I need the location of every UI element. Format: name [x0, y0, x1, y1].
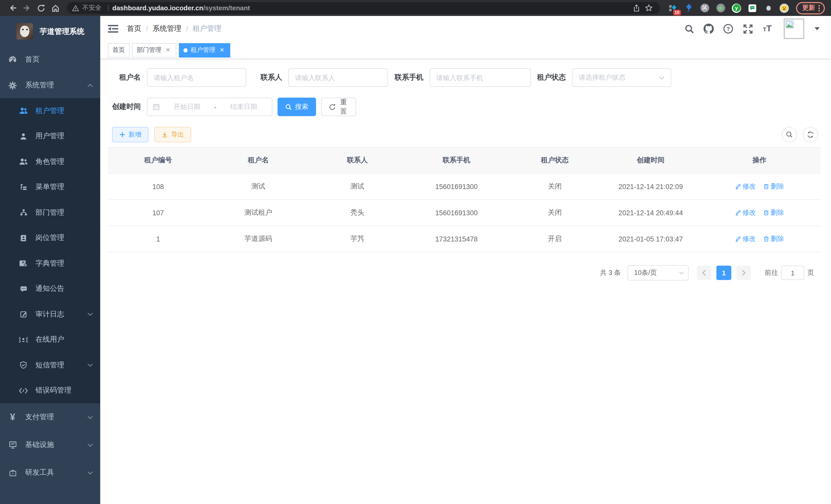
puzzle-icon [764, 4, 772, 12]
delete-link[interactable]: 删除 [763, 234, 784, 243]
smiley-avatar-icon [780, 3, 789, 12]
sidebar-item-menu[interactable]: 菜单管理 [0, 174, 100, 200]
extensions-menu-button[interactable] [764, 3, 773, 12]
breadcrumb: 首页 / 系统管理 / 租户管理 [127, 24, 222, 33]
sidebar-item-role[interactable]: 角色管理 [0, 149, 100, 174]
update-label: 更新 [802, 4, 815, 12]
sidebar-item-dept[interactable]: 部门管理 [0, 200, 100, 225]
contact-input[interactable] [288, 68, 388, 87]
sidebar-item-pay[interactable]: ¥ 支付管理 [0, 403, 100, 431]
fullscreen-button[interactable] [742, 22, 754, 35]
sidebar-item-devtools[interactable]: 研发工具 [0, 459, 100, 486]
roles-icon [19, 158, 28, 166]
tab-home[interactable]: 首页 [108, 43, 130, 57]
col-tenant-id: 租户编号 [108, 147, 208, 173]
extension-chat-button[interactable] [748, 3, 757, 12]
user-avatar[interactable] [784, 19, 804, 39]
share-button[interactable] [630, 2, 642, 14]
delete-link[interactable]: 删除 [763, 182, 784, 191]
close-icon[interactable]: ✕ [165, 47, 172, 54]
date-end-placeholder[interactable]: 结束日期 [221, 102, 267, 112]
pagination-total: 共 3 条 [600, 268, 621, 277]
add-button[interactable]: 新增 [112, 127, 148, 142]
extension-y-button[interactable]: y [732, 3, 741, 12]
sidebar-item-tenant[interactable]: 租户管理 [0, 98, 100, 124]
page-number-current[interactable]: 1 [716, 266, 731, 280]
command-icon: ⌘ [700, 4, 709, 12]
sidebar-item-system[interactable]: 系统管理 [0, 72, 100, 98]
sidebar-item-online-user[interactable]: 在线用户 [0, 327, 100, 352]
reset-button[interactable]: 重置 [321, 98, 356, 116]
goto-page-input[interactable] [781, 266, 804, 280]
url-path: /system/tenant [203, 4, 250, 12]
tab-tenant[interactable]: 租户管理✕ [179, 43, 230, 57]
reset-button-label: 重置 [339, 98, 348, 116]
delete-link[interactable]: 删除 [763, 208, 784, 217]
edit-link[interactable]: 修改 [735, 208, 756, 217]
mobile-label: 联系手机 [388, 73, 430, 82]
sidebar-item-post[interactable]: 岗位管理 [0, 225, 100, 251]
not-secure-warning-icon [72, 4, 79, 11]
export-button[interactable]: 导出 [154, 127, 191, 142]
cell-created: 2021-12-14 20:49:44 [603, 200, 698, 226]
edit-link[interactable]: 修改 [735, 234, 756, 243]
breadcrumb-home[interactable]: 首页 [127, 24, 141, 33]
date-range-picker[interactable]: 开始日期 - 结束日期 [147, 98, 273, 116]
tab-label: 部门管理 [137, 46, 161, 55]
browser-update-button[interactable]: 更新 [796, 2, 825, 14]
avatar-caret-icon[interactable] [814, 27, 820, 30]
screen: 不安全 dashboard.yudao.iocoder.cn/system/te… [0, 0, 831, 504]
refresh-table-button[interactable] [803, 127, 818, 142]
toggle-search-button[interactable] [782, 127, 797, 142]
page-size-select[interactable]: 10条/页 [628, 265, 689, 280]
app-logo-header[interactable]: 芋道管理系统 [0, 16, 100, 47]
sidebar-item-dict[interactable]: 字典管理 [0, 251, 100, 276]
tenant-name-input[interactable] [147, 68, 246, 87]
next-page-button[interactable] [737, 266, 751, 280]
browser-home-button[interactable] [49, 2, 62, 14]
close-icon[interactable]: ✕ [219, 47, 226, 54]
prev-page-button[interactable] [697, 266, 711, 280]
y-logo-icon: y [732, 3, 741, 12]
user-icon [19, 132, 28, 140]
extension-kite-button[interactable] [684, 3, 693, 12]
breadcrumb-system[interactable]: 系统管理 [153, 24, 181, 33]
sidebar-item-sms[interactable]: 短信管理 [0, 352, 100, 378]
broken-image-icon [786, 21, 794, 28]
tab-dept[interactable]: 部门管理✕ [132, 43, 176, 57]
sidebar-item-infra[interactable]: 基础设施 [0, 431, 100, 459]
github-link-button[interactable] [703, 22, 715, 35]
sidebar-item-home[interactable]: 首页 [0, 47, 100, 72]
extension-record-button[interactable] [716, 3, 725, 12]
chevron-down-icon [87, 443, 93, 447]
bookmark-button[interactable] [642, 2, 655, 14]
font-size-button[interactable]: TT [761, 22, 773, 35]
cell-tenant-id: 107 [108, 200, 208, 226]
sidebar-item-audit-log[interactable]: 审计日志 [0, 302, 100, 327]
date-start-placeholder[interactable]: 开始日期 [164, 102, 210, 112]
profile-avatar-button[interactable] [780, 3, 789, 12]
sidebar-item-notice[interactable]: 通知公告 [0, 276, 100, 302]
sidebar-item-user[interactable]: 用户管理 [0, 124, 100, 149]
security-label[interactable]: 不安全 [82, 4, 102, 12]
cell-tenant-id: 1 [108, 226, 208, 252]
navbar: 首页 / 系统管理 / 租户管理 ? TT [100, 16, 831, 41]
help-button[interactable]: ? [722, 22, 735, 35]
search-button[interactable]: 搜索 [278, 98, 316, 116]
extension-command-button[interactable]: ⌘ [700, 3, 709, 12]
sidebar-toggle-button[interactable] [108, 24, 118, 34]
status-select[interactable]: 请选择租户状态 [572, 68, 671, 87]
edit-link[interactable]: 修改 [735, 182, 756, 191]
mobile-input[interactable] [430, 68, 531, 87]
browser-reload-button[interactable] [35, 2, 47, 14]
reload-icon [37, 4, 45, 12]
share-icon [632, 4, 640, 12]
extension-tabs-button[interactable]: 10 [668, 3, 677, 12]
kebab-menu-icon[interactable] [818, 4, 820, 11]
browser-back-button[interactable] [6, 2, 19, 14]
header-search-button[interactable] [683, 22, 695, 35]
users-icon [19, 107, 28, 115]
browser-forward-button[interactable] [21, 2, 33, 14]
sidebar-item-error-code[interactable]: 错误码管理 [0, 378, 100, 403]
address-bar[interactable]: 不安全 dashboard.yudao.iocoder.cn/system/te… [67, 2, 660, 14]
